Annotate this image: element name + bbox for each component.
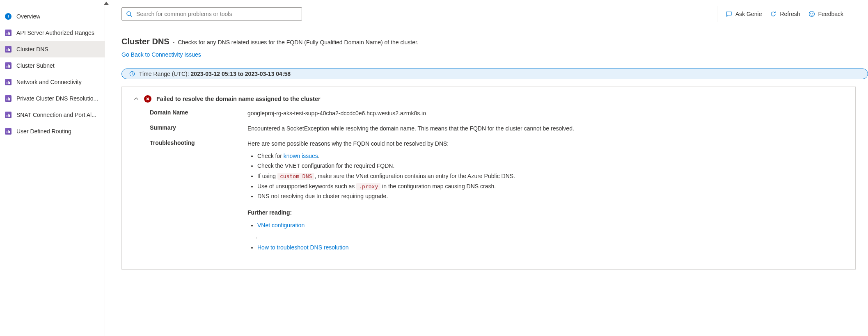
sidebar-item-label: API Server Authorized Ranges [16,30,94,36]
code-proxy: .proxy [356,183,380,190]
troubleshooting-intro: Here are some possible reasons why the F… [247,140,449,147]
chart-icon [5,112,11,118]
toolbar: Ask Genie Refresh Feedback [121,6,868,22]
code-custom-dns: custom DNS [277,173,314,180]
time-range-label: Time Range (UTC): [139,71,191,77]
sidebar-item-label: Cluster DNS [16,46,48,53]
troubleshooting-content: Here are some possible reasons why the F… [247,139,844,254]
page-header: Cluster DNS - Checks for any DNS related… [121,37,868,58]
troubleshooting-label: Troubleshooting [150,139,247,254]
sidebar-item-overview[interactable]: i Overview [0,8,105,25]
ask-genie-button[interactable]: Ask Genie [726,11,762,17]
domain-name-label: Domain Name [150,109,247,118]
refresh-icon [770,11,776,17]
svg-line-1 [130,15,132,17]
result-title: Failed to resolve the domain name assign… [156,96,321,102]
result-header: Failed to resolve the domain name assign… [133,95,844,103]
sidebar-item-label: Overview [16,13,40,20]
chart-icon [5,62,11,69]
sidebar-item-private-cluster-dns-resolution[interactable]: Private Cluster DNS Resolutio... [0,90,105,107]
page-description: Checks for any DNS related issues for th… [178,39,419,46]
back-link[interactable]: Go Back to Connectivity Issues [121,51,201,58]
further-reading-label: Further reading: [247,208,844,217]
feedback-button[interactable]: Feedback [808,11,843,17]
divider [717,6,717,22]
smiley-icon [808,11,815,17]
sidebar-item-snat-connection-port-allocation[interactable]: SNAT Connection and Port Al... [0,107,105,123]
chart-icon [5,128,11,135]
sidebar-item-label: Private Cluster DNS Resolutio... [16,95,98,102]
reading-dot: . [256,232,844,241]
summary-value: Encountered a SocketException while reso… [247,124,844,133]
sidebar-item-label: SNAT Connection and Port Al... [16,112,96,118]
refresh-button[interactable]: Refresh [770,11,800,17]
sidebar-item-label: User Defined Routing [16,128,71,135]
svg-point-2 [809,11,814,17]
sidebar-item-cluster-dns[interactable]: Cluster DNS [0,41,105,57]
chart-icon [5,46,11,53]
info-icon: i [5,13,11,20]
search-box[interactable] [121,7,302,21]
time-range-pill[interactable]: Time Range (UTC): 2023-03-12 05:13 to 20… [121,69,868,79]
main-content: Ask Genie Refresh Feedback Cluster DNS -… [105,0,868,336]
vnet-configuration-link[interactable]: VNet configuration [257,222,305,229]
collapse-sidebar-caret[interactable] [104,2,109,5]
sidebar-item-cluster-subnet[interactable]: Cluster Subnet [0,57,105,74]
reason-item: If using custom DNS, make sure the VNet … [257,171,844,181]
search-input[interactable] [136,11,298,17]
troubleshoot-dns-link[interactable]: How to troubleshoot DNS resolution [257,244,349,251]
clock-icon [129,71,135,77]
reason-item: Check for known issues. [257,151,844,160]
sidebar-item-label: Cluster Subnet [16,62,55,69]
further-reading-list: VNet configuration . How to troubleshoot… [257,221,844,252]
search-icon [126,11,132,17]
error-icon [144,95,151,103]
reading-item: How to troubleshoot DNS resolution [257,243,844,252]
reason-item: Use of unsupported keywords such as .pro… [257,182,844,191]
reading-item: VNet configuration [257,221,844,230]
svg-point-3 [811,13,811,14]
ask-genie-label: Ask Genie [735,11,762,17]
sidebar: i Overview API Server Authorized Ranges … [0,0,105,336]
chat-icon [726,11,732,17]
reason-item: DNS not resolving due to cluster requiri… [257,192,844,201]
result-card: Failed to resolve the domain name assign… [121,87,856,270]
summary-label: Summary [150,124,247,133]
chevron-up-icon[interactable] [133,96,139,102]
chart-icon [5,95,11,102]
chart-icon [5,30,11,36]
svg-point-4 [813,13,813,14]
domain-name-value: googleproj-rg-aks-test-supp-40cba2-dccdc… [247,109,844,118]
known-issues-link[interactable]: known issues [284,153,318,159]
chart-icon [5,79,11,85]
svg-point-0 [127,11,131,15]
feedback-label: Feedback [818,11,843,17]
troubleshooting-reasons: Check for known issues. Check the VNET c… [257,151,844,201]
time-range-value: 2023-03-12 05:13 to 2023-03-13 04:58 [191,71,291,77]
sidebar-item-api-server-authorized-ranges[interactable]: API Server Authorized Ranges [0,25,105,41]
sidebar-item-network-and-connectivity[interactable]: Network and Connectivity [0,74,105,90]
sidebar-item-user-defined-routing[interactable]: User Defined Routing [0,123,105,139]
refresh-label: Refresh [780,11,800,17]
page-title: Cluster DNS [121,37,169,46]
reason-item: Check the VNET configuration for the req… [257,161,844,170]
sidebar-item-label: Network and Connectivity [16,79,82,85]
